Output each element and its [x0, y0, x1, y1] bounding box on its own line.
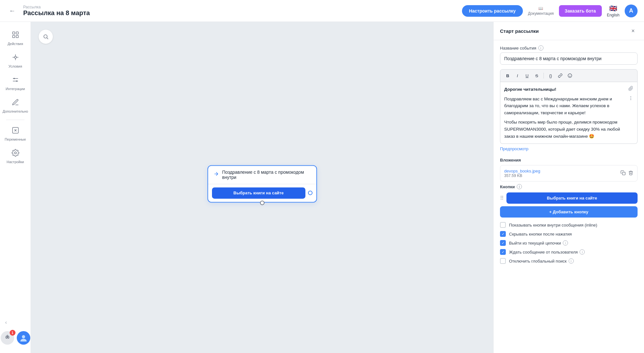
strikethrough-button[interactable]: S [533, 71, 541, 80]
sidebar-item-settings[interactable]: Настройки [0, 145, 31, 168]
sidebar-item-additional[interactable]: Дополнительно [0, 95, 31, 117]
message-node: Поздравление с 8 марта с промокодом внут… [207, 165, 317, 202]
message-editor[interactable]: Дорогие читательницы! Поздравляем вас с … [500, 82, 638, 144]
sidebar-item-actions[interactable]: Действия [0, 27, 31, 50]
attachment-delete-button[interactable] [628, 170, 633, 177]
sidebar: Действия Условия Интеграции Дополнительн… [0, 22, 31, 353]
event-name-info-icon[interactable]: i [538, 45, 543, 51]
sidebar-bottom: ‹ 1 [0, 314, 31, 348]
header: ← Рассылка Рассылка на 8 марта Настроить… [0, 0, 644, 22]
exit-chain-info-icon[interactable]: i [563, 240, 568, 246]
additional-icon [12, 98, 19, 108]
node-anchor [260, 200, 264, 205]
checkbox-inline-input[interactable] [500, 222, 506, 228]
event-name-input[interactable] [500, 52, 638, 65]
back-button[interactable]: ← [6, 5, 18, 17]
sidebar-divider [6, 120, 24, 120]
checkboxes-section: Показывать кнопки внутри сообщения (inli… [500, 222, 638, 264]
collapse-icon: ‹ [5, 320, 7, 325]
checkbox-disable-search-label[interactable]: Отключить глобальный поиск i [509, 258, 574, 264]
svg-point-25 [568, 74, 572, 78]
order-bot-button[interactable]: Заказать бота [559, 5, 602, 17]
checkbox-disable-search-input[interactable] [500, 258, 506, 264]
node-header: Поздравление с 8 марта с промокодом внут… [208, 166, 316, 184]
editor-toolbar: B I U S {} [500, 69, 638, 82]
svg-point-29 [630, 97, 631, 97]
link-button[interactable] [556, 71, 564, 80]
attach-button[interactable] [627, 85, 635, 92]
sidebar-item-integrations[interactable]: Интеграции [0, 72, 31, 95]
checkbox-hide-after-click: ✓ Скрывать кнопки после нажатия [500, 231, 638, 237]
svg-rect-18 [6, 338, 8, 339]
svg-point-4 [14, 56, 16, 58]
attachment-copy-button[interactable] [620, 170, 626, 177]
svg-point-16 [6, 337, 7, 338]
underline-button[interactable]: U [523, 71, 531, 80]
svg-rect-2 [13, 35, 15, 38]
svg-line-24 [47, 38, 48, 39]
checkbox-exit-chain-label[interactable]: Выйти из текущей цепочки i [509, 240, 568, 246]
checkbox-wait-message: ✓ Ждать сообщение от пользователя i [500, 249, 638, 255]
attachment-item: devops_books.jpeg 357.59 KB [500, 165, 638, 181]
user-avatar[interactable]: A [625, 5, 638, 17]
sidebar-item-conditions[interactable]: Условия [0, 50, 31, 72]
checkbox-hide-after-click-label[interactable]: Скрывать кнопки после нажатия [509, 232, 572, 237]
checkbox-hide-after-click-input[interactable]: ✓ [500, 231, 506, 237]
checkbox-inline: Показывать кнопки внутри сообщения (inli… [500, 222, 638, 228]
conditions-icon [12, 53, 19, 63]
node-label: Поздравление с 8 марта с промокодом внут… [222, 170, 311, 180]
svg-rect-1 [16, 32, 18, 34]
panel-title: Старт рассылки [500, 28, 539, 34]
sidebar-item-variables[interactable]: Переменные [0, 123, 31, 145]
docs-link[interactable]: 📖 Документация [528, 6, 554, 16]
back-icon: ← [9, 7, 15, 14]
checkbox-inline-label[interactable]: Показывать кнопки внутри сообщения (inli… [509, 223, 597, 228]
bold-button[interactable]: B [504, 71, 512, 80]
bot-avatar[interactable]: 1 [1, 331, 14, 345]
attachment-actions [620, 170, 633, 177]
add-button-btn[interactable]: + Добавить кнопку [500, 206, 638, 218]
editor-side-actions [627, 85, 635, 102]
layout: Действия Условия Интеграции Дополнительн… [0, 22, 644, 353]
docs-icon: 📖 [538, 6, 543, 11]
preview-link[interactable]: Предпросмотр [500, 146, 528, 151]
variables-label: Переменные [5, 137, 26, 141]
buttons-section: Кнопки i ⠿ Выбрать книги на сайте + Доба… [500, 184, 638, 222]
close-icon: × [631, 28, 635, 34]
checkbox-wait-message-input[interactable]: ✓ [500, 249, 506, 255]
panel-close-button[interactable]: × [629, 26, 638, 35]
title-block: Рассылка Рассылка на 8 марта [23, 5, 462, 17]
button-item[interactable]: Выбрать книги на сайте [506, 192, 638, 204]
checkbox-wait-message-label[interactable]: Ждать сообщение от пользователя i [509, 249, 585, 255]
wait-message-info-icon[interactable]: i [580, 249, 585, 255]
node-button-row: Выбрать книги на сайте [208, 184, 316, 202]
svg-rect-3 [16, 35, 18, 38]
actions-icon [12, 31, 19, 41]
checkbox-exit-chain-input[interactable]: ✓ [500, 240, 506, 246]
emoji-button[interactable] [566, 71, 574, 80]
notification-badge: 1 [10, 330, 15, 336]
attachments-title: Вложения [500, 158, 638, 163]
panel-header: Старт рассылки × [494, 22, 644, 40]
svg-point-10 [16, 80, 17, 82]
svg-point-9 [14, 78, 15, 79]
language-selector[interactable]: 🇬🇧 English [607, 5, 620, 17]
buttons-info-icon[interactable]: i [517, 184, 522, 189]
svg-point-12 [14, 152, 16, 154]
svg-point-20 [7, 335, 7, 336]
more-button[interactable] [627, 94, 635, 102]
code-button[interactable]: {} [546, 71, 555, 80]
configure-button[interactable]: Настроить рассылку [462, 5, 523, 17]
search-button[interactable] [39, 30, 53, 44]
node-connector[interactable] [308, 190, 312, 195]
italic-button[interactable]: I [513, 71, 522, 80]
attachment-size: 357.59 KB [504, 173, 540, 178]
node-action-button[interactable]: Выбрать книги на сайте [212, 187, 305, 199]
sidebar-collapse-button[interactable]: ‹ [0, 317, 31, 328]
drag-handle[interactable]: ⠿ [500, 195, 504, 201]
svg-rect-31 [622, 172, 625, 175]
flag-icon: 🇬🇧 [609, 5, 617, 12]
disable-search-info-icon[interactable]: i [569, 258, 574, 264]
actions-label: Действия [7, 42, 23, 46]
user-avatar-sidebar[interactable] [17, 331, 30, 345]
